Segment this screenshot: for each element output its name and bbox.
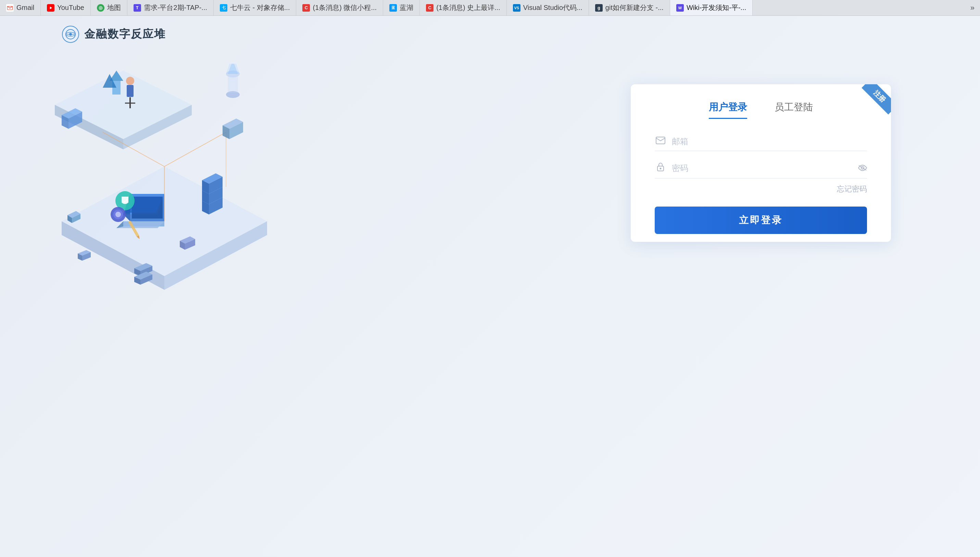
wiki-favicon: W: [676, 4, 684, 11]
login-form: 忘记密码 立即登录: [631, 119, 891, 242]
brand-title: 金融数字反应堆: [84, 27, 166, 42]
tab-vscode[interactable]: VS Visual Studio代码...: [507, 0, 589, 15]
tap-favicon: T: [133, 4, 141, 11]
svg-point-79: [660, 168, 661, 169]
register-button[interactable]: 注册: [861, 84, 891, 114]
wechat1-favicon: C: [302, 4, 310, 11]
svg-point-74: [115, 212, 121, 217]
more-tabs-button[interactable]: »: [965, 0, 980, 15]
login-submit-button[interactable]: 立即登录: [655, 207, 867, 234]
tab-youtube[interactable]: YouTube: [41, 0, 91, 15]
maps-label: 地图: [107, 3, 121, 12]
login-tabs: 用户登录 员工登陆: [631, 84, 891, 119]
svg-marker-18: [116, 221, 164, 228]
maps-favicon: ◎: [97, 4, 104, 11]
tab-wechat1[interactable]: C (1条消息) 微信小程...: [296, 0, 383, 15]
tab-gmail[interactable]: Gmail: [0, 0, 41, 15]
password-field-group: [655, 162, 867, 179]
tab-lanhoo[interactable]: 蓝 蓝湖: [383, 0, 420, 15]
lock-icon: [655, 162, 666, 174]
tab-maps[interactable]: ◎ 地图: [91, 0, 127, 15]
vscode-label: Visual Studio代码...: [523, 3, 582, 12]
tab-wiki[interactable]: W Wiki-开发须知-平-...: [670, 0, 752, 15]
email-input[interactable]: [672, 137, 867, 146]
main-content: 金融数字反应堆: [0, 16, 980, 557]
tab-git[interactable]: g git如何新建分支 -...: [589, 0, 670, 15]
wechat2-label: (1条消息) 史上最详...: [436, 3, 500, 12]
register-ribbon: 注册: [857, 84, 891, 119]
gmail-label: Gmail: [16, 4, 34, 11]
tab-bar: Gmail YouTube ◎ 地图 T 需求-平台2期-TAP-... 七 七…: [0, 0, 980, 16]
youtube-label: YouTube: [57, 4, 84, 11]
tab-user-login[interactable]: 用户登录: [709, 101, 747, 119]
svg-point-40: [126, 77, 134, 85]
toggle-password-icon[interactable]: [858, 163, 867, 173]
svg-point-7: [69, 33, 72, 36]
wiki-label: Wiki-开发须知-平-...: [687, 3, 746, 12]
tab-qiniu[interactable]: 七 七牛云 - 对象存储...: [214, 0, 296, 15]
gmail-favicon: [6, 4, 14, 11]
git-label: git如何新建分支 -...: [605, 3, 664, 12]
tab-wechat2[interactable]: C (1条消息) 史上最详...: [420, 0, 507, 15]
youtube-favicon: [47, 4, 54, 11]
illustration: [44, 64, 284, 290]
git-favicon: g: [595, 4, 603, 11]
svg-marker-2: [50, 6, 52, 9]
brand-header: 金融数字反应堆: [62, 25, 166, 43]
svg-rect-41: [127, 85, 133, 97]
tap-label: 需求-平台2期-TAP-...: [144, 3, 207, 12]
lanhoo-label: 蓝湖: [400, 3, 413, 12]
illustration-svg: [44, 64, 284, 290]
lanhoo-favicon: 蓝: [389, 4, 397, 11]
svg-line-47: [164, 132, 226, 166]
login-card: 注册 用户登录 员工登陆: [631, 84, 891, 242]
tab-employee-login[interactable]: 员工登陆: [775, 101, 813, 119]
svg-marker-71: [226, 64, 240, 74]
wechat2-favicon: C: [426, 4, 434, 11]
vscode-favicon: VS: [513, 4, 520, 11]
svg-rect-69: [228, 76, 238, 93]
brand-logo-icon: [62, 25, 80, 43]
qiniu-favicon: 七: [220, 4, 228, 11]
qiniu-label: 七牛云 - 对象存储...: [230, 3, 290, 12]
password-input[interactable]: [672, 163, 853, 173]
forgot-password-link[interactable]: 忘记密码: [655, 184, 867, 194]
email-icon: [655, 136, 666, 147]
tab-tap[interactable]: T 需求-平台2期-TAP-...: [127, 0, 214, 15]
wechat1-label: (1条消息) 微信小程...: [313, 3, 377, 12]
email-field-group: [655, 136, 867, 151]
